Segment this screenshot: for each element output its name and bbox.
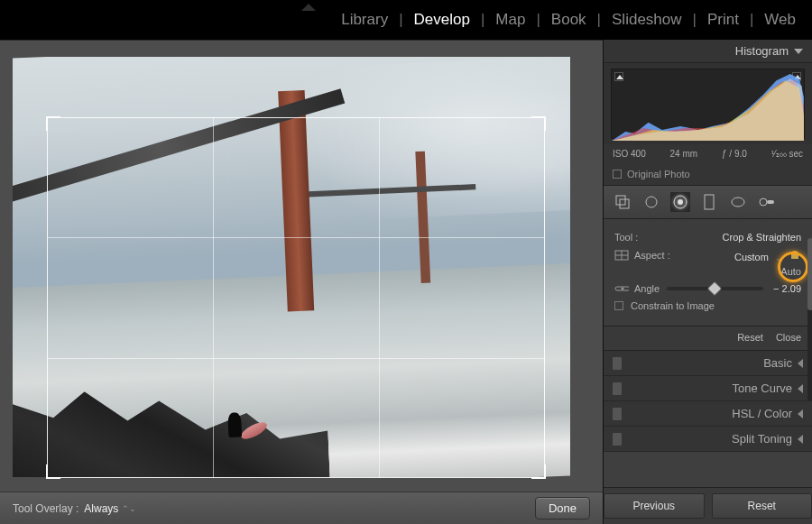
panel-split-toning-label: Split Toning	[732, 432, 792, 446]
checkbox-icon[interactable]	[613, 170, 622, 179]
tool-name: Crop & Straighten	[723, 232, 801, 243]
tool-overlay-label: Tool Overlay :	[13, 502, 78, 515]
previous-button[interactable]: Previous	[604, 493, 705, 519]
exif-shutter: ¹⁄₂₀₀ sec	[771, 149, 803, 159]
exif-iso: ISO 400	[613, 149, 646, 159]
exif-aperture: ƒ / 9.0	[722, 149, 747, 159]
crop-handle-tl[interactable]	[46, 116, 60, 131]
svg-rect-8	[767, 200, 774, 204]
aspect-dropdown-icon[interactable]: ⌄	[775, 253, 782, 262]
panel-tone-curve[interactable]: Tone Curve	[604, 376, 812, 401]
nav-book[interactable]: Book	[548, 11, 590, 29]
angle-auto-button[interactable]: Auto	[614, 266, 801, 277]
radial-filter-tool-icon[interactable]	[728, 192, 748, 212]
nav-slideshow[interactable]: Slideshow	[608, 11, 686, 29]
svg-rect-5	[705, 195, 714, 209]
svg-point-4	[678, 199, 683, 205]
angle-level-icon	[614, 282, 629, 295]
panel-basic-label: Basic	[763, 356, 792, 370]
constrain-checkbox[interactable]	[614, 301, 623, 310]
disclosure-left-icon	[798, 435, 803, 444]
panel-tone-curve-label: Tone Curve	[733, 382, 792, 395]
original-photo-label: Original Photo	[627, 169, 690, 179]
tool-label: Tool :	[614, 232, 638, 243]
develop-toolstrip	[604, 186, 812, 219]
exif-readout: ISO 400 24 mm ƒ / 9.0 ¹⁄₂₀₀ sec	[604, 144, 812, 163]
crop-panel: Tool : Crop & Straighten Aspect : Custom…	[604, 219, 812, 326]
nav-develop[interactable]: Develop	[411, 11, 474, 29]
panel-scrollbar[interactable]	[807, 238, 812, 400]
done-button[interactable]: Done	[535, 497, 590, 519]
nav-map[interactable]: Map	[492, 11, 529, 29]
adjustment-brush-tool-icon[interactable]	[757, 192, 777, 212]
panel-hsl-color-label: HSL / Color	[732, 407, 792, 420]
exif-focal: 24 mm	[670, 149, 698, 159]
nav-web[interactable]: Web	[761, 11, 799, 29]
panel-collapse-top-icon[interactable]	[301, 4, 316, 11]
crop-handle-tr[interactable]	[531, 116, 546, 131]
svg-rect-12	[791, 253, 798, 259]
slider-knob[interactable]	[707, 281, 723, 297]
disclosure-down-icon	[794, 49, 803, 54]
nav-print[interactable]: Print	[704, 11, 743, 29]
angle-value[interactable]: − 2.09	[770, 283, 801, 294]
panel-hsl-color[interactable]: HSL / Color	[604, 401, 812, 427]
aspect-label: Aspect :	[634, 250, 670, 261]
redeye-tool-icon[interactable]	[670, 192, 690, 212]
crop-reset-button[interactable]: Reset	[737, 332, 763, 343]
aspect-lock-icon[interactable]	[789, 252, 801, 262]
svg-rect-1	[620, 199, 629, 208]
right-panel: Histogram ISO 400 24 mm ƒ / 9.0 ¹⁄₂₀₀ se…	[603, 40, 812, 524]
svg-point-2	[646, 197, 657, 207]
histogram-title: Histogram	[735, 44, 789, 58]
disclosure-left-icon	[798, 384, 803, 393]
crop-handle-br[interactable]	[531, 464, 546, 479]
panel-split-toning[interactable]: Split Toning	[604, 427, 812, 452]
angle-slider[interactable]	[667, 287, 763, 290]
graduated-filter-tool-icon[interactable]	[699, 192, 719, 212]
aspect-value[interactable]: Custom	[734, 252, 769, 262]
svg-rect-0	[616, 196, 625, 205]
panel-basic[interactable]: Basic	[604, 351, 812, 376]
crop-handle-bl[interactable]	[46, 464, 60, 479]
svg-point-7	[760, 198, 767, 206]
angle-label: Angle	[634, 283, 660, 294]
histogram-panel-header[interactable]: Histogram	[604, 40, 812, 63]
spot-removal-tool-icon[interactable]	[641, 192, 661, 212]
tool-overlay-chevron-icon[interactable]: ⌃⌄	[122, 504, 136, 513]
image-canvas[interactable]: Tool Overlay : Always ⌃⌄ Done	[0, 40, 603, 524]
crop-overlay[interactable]	[47, 117, 545, 478]
svg-point-14	[622, 288, 624, 290]
disclosure-left-icon	[798, 409, 803, 418]
canvas-toolbar: Tool Overlay : Always ⌃⌄ Done	[0, 492, 603, 524]
module-picker: Library| Develop| Map| Book| Slideshow| …	[0, 0, 812, 40]
original-photo-toggle[interactable]: Original Photo	[604, 163, 812, 186]
crop-tool-icon[interactable]	[613, 192, 632, 212]
svg-point-6	[732, 198, 744, 207]
histogram-chart[interactable]	[611, 69, 805, 139]
nav-library[interactable]: Library	[337, 11, 392, 29]
crop-close-button[interactable]: Close	[776, 332, 801, 343]
reset-button[interactable]: Reset	[712, 493, 813, 519]
disclosure-left-icon	[798, 359, 803, 368]
constrain-label: Constrain to Image	[631, 300, 715, 311]
panel-footer: Previous Reset	[604, 487, 812, 524]
aspect-icon	[614, 249, 629, 262]
scrollbar-thumb[interactable]	[807, 238, 812, 310]
tool-overlay-value[interactable]: Always	[84, 502, 118, 515]
